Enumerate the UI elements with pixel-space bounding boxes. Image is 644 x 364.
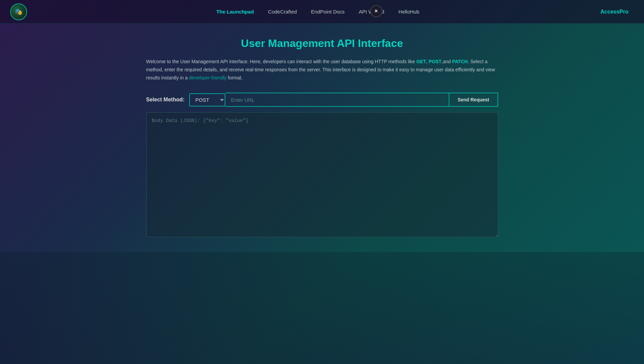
- logo-icon: 🎭: [10, 3, 27, 20]
- keyword-patch: PATCH: [452, 59, 468, 64]
- desc-intro: Welcome to the User Management API inter…: [146, 59, 417, 64]
- form-row: Select Method: POST GET PUT PATCH DELETE…: [146, 93, 498, 107]
- desc-and: ,and: [442, 59, 452, 64]
- url-input[interactable]: [225, 93, 449, 107]
- nav-link-accesspro[interactable]: AccessPro: [595, 6, 634, 18]
- method-select[interactable]: POST GET PUT PATCH DELETE: [189, 93, 225, 106]
- close-button[interactable]: ×: [370, 5, 382, 17]
- nav-right: AccessPro: [595, 6, 634, 18]
- description-text: Welcome to the User Management API inter…: [146, 58, 498, 82]
- keyword-dev-friendly: developer-friendly: [189, 75, 226, 80]
- select-method-label: Select Method:: [146, 97, 185, 103]
- nav-link-launchpad[interactable]: The Launchpad: [211, 6, 259, 17]
- logo-inner: 🎭: [12, 5, 26, 19]
- logo: 🎭: [10, 3, 27, 20]
- nav-link-endpoint-docs[interactable]: EndPoint Docs: [306, 6, 350, 17]
- nav-link-hellohub[interactable]: HelloHub: [393, 6, 425, 17]
- send-request-button[interactable]: Send Request: [449, 93, 498, 107]
- keyword-get: GET: [416, 59, 426, 64]
- main-content: User Management API Interface Welcome to…: [136, 24, 508, 252]
- keyword-post: POST: [429, 59, 442, 64]
- navbar: 🎭 The Launchpad CodeCrafted EndPoint Doc…: [0, 0, 644, 24]
- bottom-section: [0, 252, 644, 364]
- page-title: User Management API Interface: [146, 37, 498, 50]
- desc-comma1: ,: [426, 59, 429, 64]
- desc-end: format.: [226, 75, 242, 80]
- body-textarea[interactable]: [146, 112, 498, 237]
- nav-links: The Launchpad CodeCrafted EndPoint Docs …: [41, 6, 595, 17]
- nav-link-codecrafted[interactable]: CodeCrafted: [263, 6, 302, 17]
